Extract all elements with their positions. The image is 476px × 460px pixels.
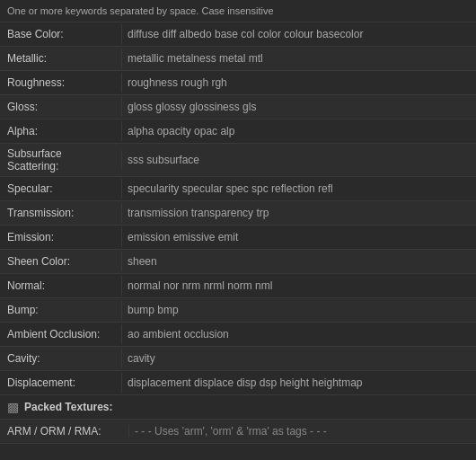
row-value: specularity specular spec spc reflection…	[121, 179, 476, 199]
row-value: alpha opacity opac alp	[121, 121, 476, 141]
keywords-table: Base Color:diffuse diff albedo base col …	[0, 22, 476, 395]
table-row: Ambient Occlusion:ao ambient occlusion	[0, 323, 476, 347]
row-label: Normal:	[0, 276, 121, 296]
row-value: bump bmp	[121, 300, 476, 320]
row-label: Alpha:	[0, 121, 121, 141]
table-row: Specular:specularity specular spec spc r…	[0, 177, 476, 201]
row-label: Subsurface Scattering:	[0, 144, 121, 176]
row-label: Ambient Occlusion:	[0, 324, 121, 344]
row-value: diffuse diff albedo base col color colou…	[121, 24, 476, 44]
row-value: roughness rough rgh	[121, 73, 476, 93]
row-label: Bump:	[0, 300, 121, 320]
row-value: cavity	[121, 349, 476, 368]
row-value: transmission transparency trp	[121, 203, 476, 223]
row-value: displacement displace disp dsp height he…	[121, 373, 476, 393]
row-label: Metallic:	[0, 49, 121, 68]
table-row: Displacement:displacement displace disp …	[0, 371, 476, 395]
arm-row: ARM / ORM / RMA: - - - Uses 'arm', 'orm'…	[0, 420, 476, 444]
table-row: Emission:emission emissive emit	[0, 226, 476, 250]
row-value: metallic metalness metal mtl	[121, 49, 476, 68]
arm-value: - - - Uses 'arm', 'orm' & 'rma' as tags …	[128, 425, 469, 438]
row-label: Roughness:	[0, 73, 121, 93]
table-row: Base Color:diffuse diff albedo base col …	[0, 22, 476, 47]
row-label: Gloss:	[0, 97, 121, 117]
row-value: sheen	[121, 252, 476, 271]
row-label: Base Color:	[0, 24, 121, 44]
image-icon: ▩	[7, 400, 19, 414]
row-value: ao ambient occlusion	[121, 324, 476, 344]
table-row: Gloss:gloss glossy glossiness gls	[0, 95, 476, 119]
packed-textures-header: ▩ Packed Textures:	[0, 395, 476, 420]
row-label: Transmission:	[0, 203, 121, 223]
header-note: One or more keywords separated by space.…	[0, 0, 476, 22]
table-row: Cavity:cavity	[0, 347, 476, 371]
table-row: Normal:normal nor nrm nrml norm nml	[0, 274, 476, 298]
row-value: emission emissive emit	[121, 227, 476, 247]
table-row: Bump:bump bmp	[0, 298, 476, 323]
table-row: Alpha:alpha opacity opac alp	[0, 119, 476, 144]
arm-label: ARM / ORM / RMA:	[7, 425, 128, 438]
row-value: normal nor nrm nrml norm nml	[121, 276, 476, 296]
row-label: Cavity:	[0, 349, 121, 368]
table-row: Transmission:transmission transparency t…	[0, 201, 476, 226]
table-row: Roughness:roughness rough rgh	[0, 71, 476, 95]
row-value: gloss glossy glossiness gls	[121, 97, 476, 117]
row-value: sss subsurface	[121, 150, 476, 170]
row-label: Specular:	[0, 179, 121, 199]
table-row: Metallic:metallic metalness metal mtl	[0, 47, 476, 71]
row-label: Displacement:	[0, 373, 121, 393]
packed-textures-label: Packed Textures:	[24, 401, 113, 413]
row-label: Emission:	[0, 227, 121, 247]
table-row: Sheen Color:sheen	[0, 250, 476, 274]
table-row: Subsurface Scattering:sss subsurface	[0, 144, 476, 177]
row-label: Sheen Color:	[0, 252, 121, 271]
